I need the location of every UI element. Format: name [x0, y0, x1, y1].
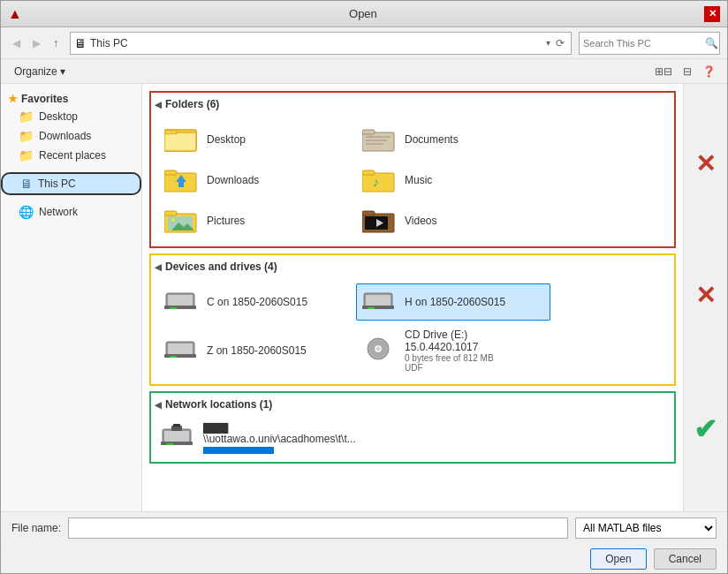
close-button[interactable]: ✕ [704, 6, 720, 22]
help-button[interactable]: ❓ [698, 63, 720, 80]
sidebar: ★ Favorites 📁 Desktop 📁 Downloads 📁 Rece… [1, 84, 142, 511]
svg-rect-34 [168, 344, 193, 354]
network-location-item[interactable]: ████ \\uottawa.o.univ\acadhomes\t\t... [155, 418, 671, 458]
sidebar-item-network[interactable]: 🌐 Network [1, 202, 141, 222]
svg-rect-5 [362, 132, 394, 151]
network-section-header: ◀ Network locations (1) [155, 397, 671, 412]
red-x-icon-bottom: ✕ [695, 283, 716, 308]
file-name-label: File name: [11, 522, 61, 534]
file-type-select[interactable]: All MATLAB files [575, 517, 717, 539]
drives-header-label: Devices and drives (4) [165, 261, 277, 273]
favorites-label: Favorites [21, 93, 68, 105]
documents-folder-icon-big [362, 125, 398, 154]
desktop-folder-icon: 📁 [19, 110, 34, 124]
folders-header-label: Folders (6) [165, 98, 219, 110]
organize-button[interactable]: Organize ▾ [8, 63, 72, 80]
navigation-toolbar: ◀ ▶ ↑ 🖥 This PC ▾ ⟳ 🔍 [1, 27, 727, 59]
sidebar-item-downloads[interactable]: 📁 Downloads [1, 126, 141, 146]
cd-drive-sub2: UDF [405, 363, 544, 373]
music-folder-label: Music [405, 174, 432, 186]
network-drive-icon [161, 424, 196, 452]
h-drive-info: H on 1850-2060S015 [405, 296, 505, 308]
view-icons: ⊞⊟ ⊟ ❓ [650, 63, 720, 80]
network-header-label: Network locations (1) [165, 398, 272, 411]
this-pc-label: This PC [38, 177, 76, 190]
h-drive-icon [362, 288, 398, 316]
main-content: ★ Favorites 📁 Desktop 📁 Downloads 📁 Rece… [1, 84, 727, 511]
file-name-input[interactable] [68, 517, 568, 539]
folder-item-downloads[interactable]: Downloads [158, 162, 353, 199]
folder-item-music[interactable]: ♪ Music [356, 162, 550, 199]
address-bar[interactable]: 🖥 This PC ▾ ⟳ [70, 32, 572, 55]
drive-item-c[interactable]: C on 1850-2060S015 [158, 283, 353, 321]
back-button[interactable]: ◀ [8, 34, 25, 52]
music-folder-icon-big: ♪ [362, 166, 398, 194]
c-drive-label: C on 1850-2060S015 [207, 296, 307, 308]
favorites-header[interactable]: ★ Favorites [1, 91, 141, 107]
svg-rect-44 [166, 443, 173, 445]
folder-item-pictures[interactable]: Pictures [158, 202, 353, 239]
sidebar-recent-label: Recent places [39, 149, 106, 162]
dialog-title: Open [22, 7, 704, 20]
network-location-path: \\uottawa.o.univ\acadhomes\t\t... [203, 433, 356, 445]
network-label: Network [39, 206, 78, 218]
svg-rect-32 [368, 307, 375, 309]
svg-rect-11 [164, 170, 177, 175]
star-icon: ★ [8, 93, 18, 105]
view-pane-button[interactable]: ⊟ [679, 63, 696, 80]
svg-rect-9 [366, 143, 383, 145]
bottom-buttons: Open Cancel [1, 544, 727, 573]
svg-rect-27 [164, 306, 196, 309]
sidebar-item-this-pc[interactable]: 🖥 This PC [1, 172, 141, 195]
folder-item-desktop[interactable]: Desktop [158, 121, 353, 158]
drive-item-z[interactable]: Z on 1850-2060S015 [158, 324, 353, 377]
svg-rect-3 [164, 130, 177, 134]
downloads-folder-label: Downloads [207, 174, 259, 186]
content-area: ◀ Folders (6) [142, 84, 683, 511]
drive-item-h[interactable]: H on 1850-2060S015 [356, 283, 550, 321]
sidebar-item-desktop[interactable]: 📁 Desktop [1, 107, 141, 126]
title-bar: ▲ Open ✕ [1, 1, 727, 27]
sidebar-item-recent-places[interactable]: 📁 Recent places [1, 146, 141, 165]
network-location-info: ████ \\uottawa.o.univ\acadhomes\t\t... [203, 422, 356, 454]
red-x-icon-top: ✕ [695, 152, 716, 177]
refresh-button[interactable]: ⟳ [553, 37, 567, 49]
address-bar-chevron[interactable]: ▾ [543, 38, 553, 48]
forward-button[interactable]: ▶ [28, 34, 45, 52]
svg-rect-26 [168, 295, 193, 306]
view-grid-button[interactable]: ⊞⊟ [650, 63, 677, 80]
c-drive-icon [164, 288, 200, 316]
svg-rect-7 [366, 136, 391, 138]
open-button[interactable]: Open [590, 548, 646, 570]
network-section: ◀ Network locations (1) [149, 391, 676, 464]
up-button[interactable]: ↑ [49, 34, 63, 52]
search-icon[interactable]: 🔍 [705, 37, 718, 49]
svg-text:♪: ♪ [373, 175, 379, 189]
videos-folder-icon-big [362, 207, 398, 235]
search-box[interactable]: 🔍 [579, 32, 720, 55]
desktop-folder-label: Desktop [207, 133, 246, 146]
search-input[interactable] [583, 38, 705, 49]
cancel-button[interactable]: Cancel [654, 548, 717, 570]
sidebar-desktop-label: Desktop [39, 110, 78, 123]
downloads-folder-icon: 📁 [19, 129, 34, 143]
pictures-folder-icon-big [164, 207, 200, 235]
side-action-icons: ✕ ✕ ✔ [683, 84, 727, 511]
bottom-bar: File name: All MATLAB files [1, 511, 727, 544]
folders-triangle: ◀ [155, 100, 162, 110]
c-drive-info: C on 1850-2060S015 [207, 296, 307, 308]
folder-item-videos[interactable]: Videos [356, 202, 550, 239]
recent-folder-icon: 📁 [19, 148, 34, 162]
svg-rect-46 [173, 424, 180, 427]
cd-drive-info: CD Drive (E:) 15.0.4420.1017 0 bytes fre… [405, 329, 544, 373]
svg-rect-6 [362, 130, 375, 134]
cd-drive-sub1: 0 bytes free of 812 MB [405, 353, 544, 363]
svg-rect-22 [362, 211, 375, 215]
svg-rect-35 [164, 354, 196, 358]
drives-triangle: ◀ [155, 262, 162, 272]
drive-item-cd[interactable]: CD Drive (E:) 15.0.4420.1017 0 bytes fre… [356, 324, 550, 377]
folder-item-documents[interactable]: Documents [356, 121, 550, 158]
address-bar-icon: 🖥 [74, 36, 87, 50]
svg-rect-43 [161, 442, 193, 445]
network-triangle: ◀ [155, 400, 162, 410]
